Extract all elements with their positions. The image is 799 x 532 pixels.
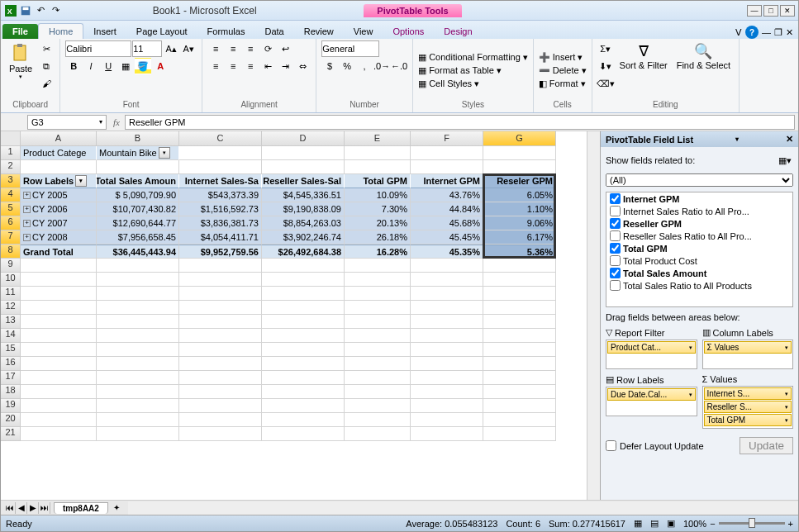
cell-9-D[interactable] [262,259,345,273]
cell-12-E[interactable] [345,301,411,315]
tab-insert[interactable]: Insert [83,24,126,39]
field-checkbox[interactable] [610,280,621,291]
data-1-5[interactable]: 1.10% [483,202,556,216]
cell-11-F[interactable] [411,287,483,301]
data-2-4[interactable]: 45.68% [411,216,483,230]
cell-11-D[interactable] [262,287,345,301]
cell-15-D[interactable] [262,343,345,357]
row-header-4[interactable]: 4 [1,188,21,202]
area-filter-box[interactable]: Product Cat...▾ [606,340,697,369]
rowlabels-dropdown-icon[interactable]: ▾ [75,175,87,187]
data-3-4[interactable]: 45.45% [411,230,483,245]
col-header-F[interactable]: F [411,131,483,146]
total-3[interactable]: 16.28% [345,245,411,259]
format-cells-button[interactable]: ◧ Format ▾ [539,78,586,90]
field-reseller-sales-ratio-to-all-pro---[interactable]: Reseller Sales Ratio to All Pro... [606,230,792,242]
field-internet-gpm[interactable]: Internet GPM [606,192,792,205]
row-header-21[interactable]: 21 [1,427,21,441]
cell-12-B[interactable] [97,301,179,315]
field-internet-sales-ratio-to-all-pro---[interactable]: Internet Sales Ratio to All Pro... [606,205,792,217]
cell-13-B[interactable] [97,315,179,329]
cell-10-C[interactable] [179,273,262,287]
expand-icon[interactable]: + [23,206,31,213]
data-3-5[interactable]: 6.17% [483,230,556,245]
cell-17-G[interactable] [483,371,556,385]
align-left-icon[interactable]: ≡ [207,58,224,74]
field-total-gpm[interactable]: Total GPM [606,242,792,254]
sheet-tab[interactable]: tmp8AA2 [54,502,108,514]
cell-16-E[interactable] [345,357,411,371]
cell-15-B[interactable] [97,343,179,357]
field-total-product-cost[interactable]: Total Product Cost [606,254,792,267]
cell-2-E[interactable] [345,160,411,174]
field-checkbox[interactable] [610,206,621,216]
cell-12-F[interactable] [411,301,483,315]
rowlabel-2[interactable]: +CY 2007 [21,216,97,230]
data-3-0[interactable]: $7,956,658.45 [97,230,179,245]
cell-20-E[interactable] [345,413,411,427]
autosum-icon[interactable]: Σ▾ [597,40,614,57]
tab-view[interactable]: View [344,24,383,39]
cell-12-A[interactable] [21,301,97,315]
cell-20-A[interactable] [21,413,97,427]
chip-internet-s---[interactable]: Internet S...▾ [704,387,792,400]
cell-12-C[interactable] [179,301,262,315]
align-right-icon[interactable]: ≡ [242,58,259,74]
cell-13-C[interactable] [179,315,262,329]
cell-17-F[interactable] [411,371,483,385]
data-2-2[interactable]: $8,854,263.03 [262,216,345,230]
row-header-9[interactable]: 9 [1,259,21,273]
undo-icon[interactable]: ↶ [34,4,47,17]
cell-19-A[interactable] [21,399,97,413]
cell-14-B[interactable] [97,329,179,343]
cell-styles-button[interactable]: ▦ Cell Styles ▾ [418,78,479,90]
total-2[interactable]: $26,492,684.38 [262,245,345,259]
panel-close-icon[interactable]: ✕ [786,134,793,145]
cell-18-G[interactable] [483,385,556,399]
copy-icon[interactable]: ⧉ [38,58,55,74]
cell-16-F[interactable] [411,357,483,371]
select-all-corner[interactable] [1,131,21,146]
horizontal-scrollbar[interactable] [128,501,798,515]
cell-17-A[interactable] [21,371,97,385]
cell-13-G[interactable] [483,315,556,329]
paste-button[interactable]: Paste▾ [6,40,36,82]
font-name-select[interactable] [65,40,131,57]
percent-icon[interactable]: % [339,58,355,74]
cell-11-C[interactable] [179,287,262,301]
field-checkbox[interactable] [610,268,621,278]
cell-14-C[interactable] [179,329,262,343]
cell-9-A[interactable] [21,259,97,273]
cell-20-D[interactable] [262,413,345,427]
spreadsheet-grid[interactable]: ABCDEFG 1Product CategeMountain Bike▾23R… [1,131,587,500]
data-0-2[interactable]: $4,545,336.51 [262,188,345,202]
cell-10-E[interactable] [345,273,411,287]
field-checkbox[interactable] [610,243,621,254]
cell-18-F[interactable] [411,385,483,399]
number-format-select[interactable] [321,40,379,57]
cell-15-E[interactable] [345,343,411,357]
cut-icon[interactable]: ✂ [38,40,55,57]
tab-home[interactable]: Home [38,23,83,39]
shrink-font-icon[interactable]: A▾ [180,40,197,57]
row-header-18[interactable]: 18 [1,385,21,399]
total-1[interactable]: $9,952,759.56 [179,245,262,259]
merge-icon[interactable]: ⇔ [294,58,311,74]
cell-15-C[interactable] [179,343,262,357]
cell-15-G[interactable] [483,343,556,357]
minimize-button[interactable]: — [747,5,762,17]
cell-13-A[interactable] [21,315,97,329]
zoom-level[interactable]: 100% [683,519,706,529]
area-rows-box[interactable]: Due Date.Cal...▾ [606,387,697,416]
border-icon[interactable]: ▦ [117,58,134,74]
header-3[interactable]: Reseller Sales-Sal [262,174,345,188]
chip-product-category[interactable]: Product Cat...▾ [607,341,696,354]
rowlabel-3[interactable]: +CY 2008 [21,230,97,245]
expand-icon[interactable]: + [23,192,31,199]
field-checkbox[interactable] [610,218,621,229]
cell-1-D[interactable] [262,146,345,160]
data-0-4[interactable]: 43.76% [411,188,483,202]
cell-2-F[interactable] [411,160,483,174]
sort-filter-button[interactable]: ᐁSort & Filter [616,40,671,72]
format-painter-icon[interactable]: 🖌 [38,75,55,92]
